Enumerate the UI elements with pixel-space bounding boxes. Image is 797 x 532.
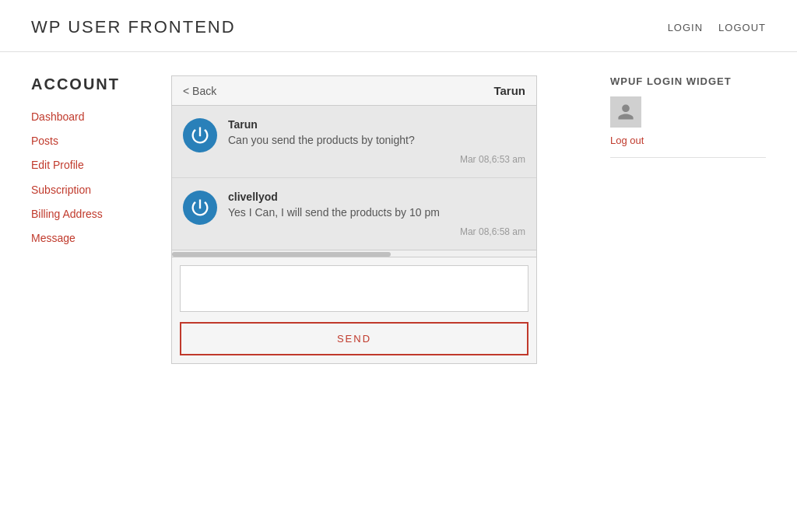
message-content-2: clivellyod Yes I Can, I will send the pr… xyxy=(228,191,525,237)
horizontal-scroll-hint xyxy=(172,250,536,257)
message-time-2: Mar 08,6:58 am xyxy=(228,226,525,237)
power-icon-1 xyxy=(189,124,211,146)
message-container: < Back Tarun Tarun Can you send the prod… xyxy=(171,75,537,364)
widget-divider xyxy=(610,157,766,158)
message-time-1: Mar 08,6:53 am xyxy=(228,154,525,165)
message-thread-header: < Back Tarun xyxy=(172,76,536,106)
messages-scroll[interactable]: Tarun Can you send the products by tonig… xyxy=(172,106,536,250)
user-avatar-icon xyxy=(616,103,635,121)
message-text-2: Yes I Can, I will send the products by 1… xyxy=(228,206,525,219)
header-nav: LOGIN LOGOUT xyxy=(668,22,766,33)
widget-title: WPUF LOGIN WIDGET xyxy=(610,75,766,87)
message-text-1: Can you send the products by tonight? xyxy=(228,134,525,146)
thread-title: Tarun xyxy=(493,84,525,97)
sidebar-nav: Dashboard Posts Edit Profile Subscriptio… xyxy=(31,107,156,248)
logout-link-header[interactable]: LOGOUT xyxy=(718,22,766,33)
reply-textarea[interactable] xyxy=(180,265,528,312)
site-title: WP USER FRONTEND xyxy=(31,17,236,37)
sidebar-item-edit-profile[interactable]: Edit Profile xyxy=(31,156,156,175)
logout-link-widget[interactable]: Log out xyxy=(610,135,644,146)
send-button[interactable]: SEND xyxy=(180,322,528,355)
message-content-1: Tarun Can you send the products by tonig… xyxy=(228,118,525,165)
message-author-1: Tarun xyxy=(228,118,525,131)
sidebar-item-dashboard[interactable]: Dashboard xyxy=(31,107,156,127)
back-link[interactable]: < Back xyxy=(183,85,216,97)
main-layout: ACCOUNT Dashboard Posts Edit Profile Sub… xyxy=(0,52,797,387)
sidebar: ACCOUNT Dashboard Posts Edit Profile Sub… xyxy=(31,75,156,364)
reply-area xyxy=(172,257,536,322)
send-btn-container: SEND xyxy=(172,322,536,363)
site-header: WP USER FRONTEND LOGIN LOGOUT xyxy=(0,0,797,52)
avatar-tarun xyxy=(183,118,217,152)
message-bubble-2: clivellyod Yes I Can, I will send the pr… xyxy=(172,178,536,250)
user-avatar-placeholder xyxy=(610,96,641,128)
message-author-2: clivellyod xyxy=(228,191,525,203)
sidebar-item-billing-address[interactable]: Billing Address xyxy=(31,205,156,224)
login-link[interactable]: LOGIN xyxy=(668,22,703,33)
sidebar-item-subscription[interactable]: Subscription xyxy=(31,180,156,200)
sidebar-item-posts[interactable]: Posts xyxy=(31,131,156,151)
account-section-title: ACCOUNT xyxy=(31,75,156,93)
message-bubble-1: Tarun Can you send the products by tonig… xyxy=(172,106,536,178)
scroll-hint-bar xyxy=(172,252,391,257)
avatar-clivellyod xyxy=(183,191,217,225)
power-icon-2 xyxy=(189,197,211,219)
sidebar-item-message[interactable]: Message xyxy=(31,229,156,248)
right-sidebar: WPUF LOGIN WIDGET Log out xyxy=(610,75,766,364)
content-area: < Back Tarun Tarun Can you send the prod… xyxy=(171,75,537,364)
